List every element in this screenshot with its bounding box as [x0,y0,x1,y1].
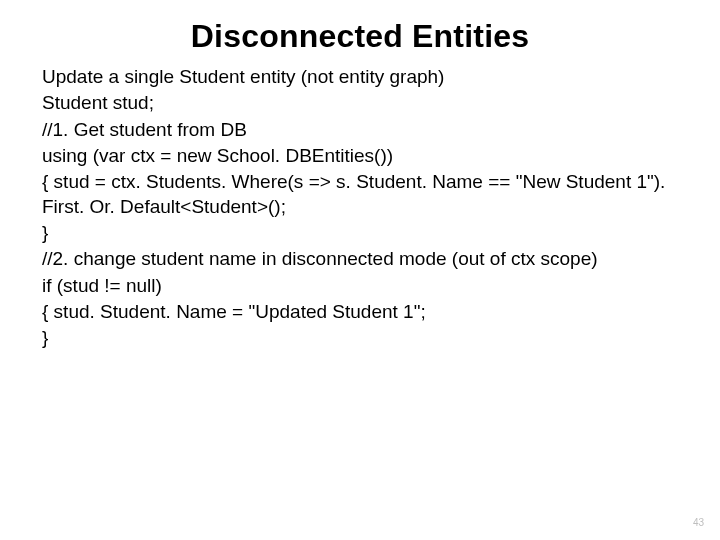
code-line: Student stud; [42,91,678,115]
slide: Disconnected Entities Update a single St… [0,0,720,540]
slide-title: Disconnected Entities [0,0,720,65]
code-line: { stud. Student. Name = "Updated Student… [42,300,678,324]
slide-body: Update a single Student entity (not enti… [0,65,720,350]
code-line: //1. Get student from DB [42,118,678,142]
code-line: } [42,326,678,350]
code-line: //2. change student name in disconnected… [42,247,678,271]
code-line: Update a single Student entity (not enti… [42,65,678,89]
page-number: 43 [693,517,704,528]
code-line: } [42,221,678,245]
code-line: using (var ctx = new School. DBEntities(… [42,144,678,168]
code-line: { stud = ctx. Students. Where(s => s. St… [42,170,678,219]
code-line: if (stud != null) [42,274,678,298]
